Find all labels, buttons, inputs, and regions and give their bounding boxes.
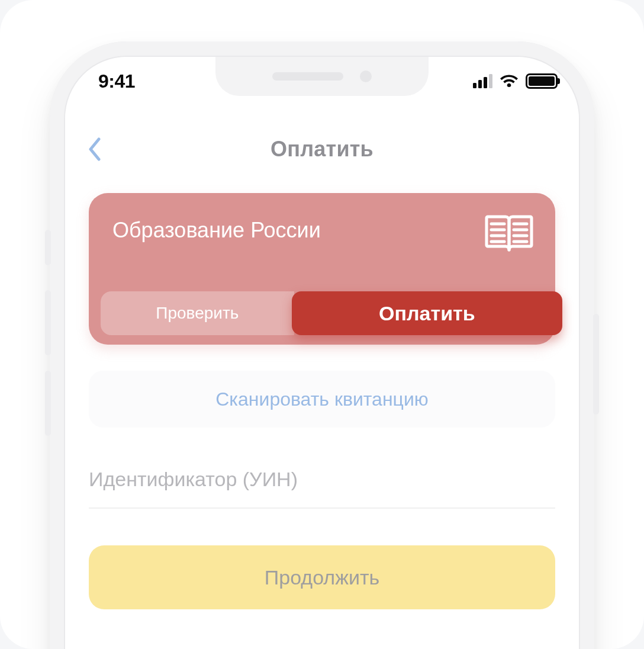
cellular-icon <box>473 74 492 88</box>
scan-receipt-button[interactable]: Сканировать квитанцию <box>89 371 555 428</box>
tab-check-label: Проверить <box>156 304 239 323</box>
status-time: 9:41 <box>98 70 135 92</box>
battery-icon <box>526 73 558 89</box>
segmented-control: Проверить Оплатить <box>101 291 562 335</box>
category-card: Образование России <box>89 193 555 345</box>
chevron-left-icon <box>88 137 102 161</box>
uin-input[interactable] <box>89 463 555 496</box>
battery-fill <box>529 76 555 86</box>
uin-field-wrap <box>89 463 555 509</box>
page-title: Оплатить <box>271 137 373 162</box>
nav-bar: Оплатить <box>65 126 579 173</box>
category-title: Образование России <box>112 218 532 243</box>
phone-volume-down-button <box>45 371 51 436</box>
book-icon <box>484 211 534 259</box>
back-button[interactable] <box>82 136 108 162</box>
wifi-icon <box>500 74 519 88</box>
phone-frame: 9:41 <box>50 41 594 649</box>
content: Образование России <box>89 193 555 609</box>
status-icons <box>473 73 558 89</box>
phone-volume-up-button <box>45 290 51 355</box>
phone-power-button <box>593 314 599 415</box>
stage: 9:41 <box>0 0 644 649</box>
scan-receipt-label: Сканировать квитанцию <box>215 388 429 410</box>
phone-side-button <box>45 230 51 265</box>
tab-check[interactable]: Проверить <box>101 291 294 335</box>
continue-button[interactable]: Продолжить <box>89 545 555 609</box>
tab-pay-label: Оплатить <box>379 302 475 325</box>
continue-label: Продолжить <box>265 566 379 589</box>
tab-pay[interactable]: Оплатить <box>292 291 562 335</box>
status-bar: 9:41 <box>65 57 579 105</box>
phone-screen: 9:41 <box>65 57 579 649</box>
